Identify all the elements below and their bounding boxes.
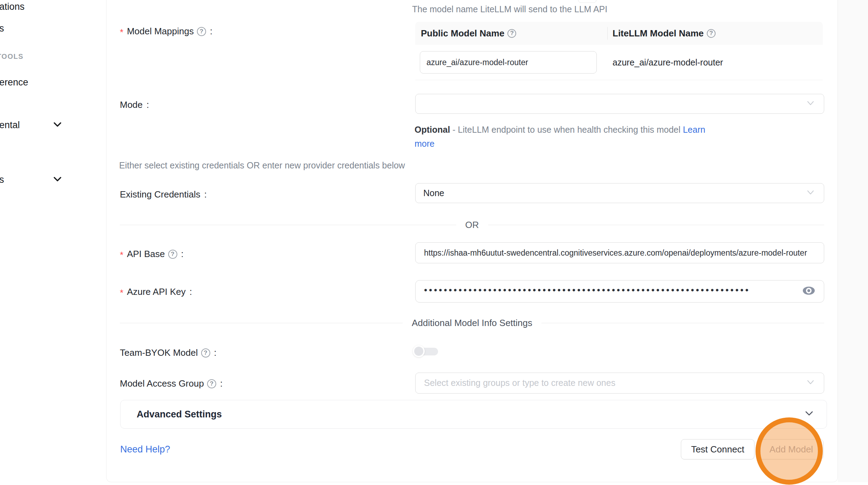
test-connect-button[interactable]: Test Connect xyxy=(681,439,754,459)
advanced-settings-title: Advanced Settings xyxy=(137,409,222,420)
required-asterisk: * xyxy=(120,250,123,261)
table-row: azure_ai/azure-model-router xyxy=(415,45,823,80)
chevron-down-icon[interactable] xyxy=(53,176,62,182)
column-header-litellm-model-name: LiteLLM Model Name ? xyxy=(613,28,716,39)
or-divider: OR xyxy=(120,220,824,230)
chevron-down-icon[interactable] xyxy=(804,410,814,418)
optional-bold: Optional xyxy=(415,125,450,134)
model-access-group-select[interactable] xyxy=(415,373,824,394)
mode-label: Mode : xyxy=(120,99,149,110)
mode-help-text: Optional - LiteLLM endpoint to use when … xyxy=(415,123,723,151)
required-asterisk: * xyxy=(120,287,123,298)
api-base-input[interactable] xyxy=(424,248,820,258)
masked-api-key[interactable]: ••••••••••••••••••••••••••••••••••••••••… xyxy=(424,285,795,296)
model-mappings-label: * Model Mappings ? : xyxy=(120,26,212,37)
need-help-link[interactable]: Need Help? xyxy=(120,444,170,455)
chevron-down-icon xyxy=(806,189,815,197)
help-icon[interactable]: ? xyxy=(168,250,177,259)
api-base-input-box xyxy=(415,242,824,263)
chevron-down-icon xyxy=(806,379,815,387)
existing-credentials-label: Existing Credentials : xyxy=(120,189,207,200)
mode-select[interactable] xyxy=(415,94,824,114)
column-header-public-model-name: Public Model Name ? xyxy=(421,28,607,39)
team-byok-label: Team-BYOK Model ? : xyxy=(120,347,217,358)
azure-api-key-input-box: ••••••••••••••••••••••••••••••••••••••••… xyxy=(415,280,824,303)
table-header-row: Public Model Name ? LiteLLM Model Name ? xyxy=(415,22,823,45)
eye-icon[interactable] xyxy=(802,285,815,297)
sidebar-item[interactable]: s xyxy=(0,23,4,34)
model-name-help-text: The model name LiteLLM will send to the … xyxy=(412,4,607,14)
help-icon[interactable]: ? xyxy=(207,379,216,388)
additional-info-divider: Additional Model Info Settings xyxy=(120,318,824,328)
page-gutter xyxy=(838,0,868,482)
litellm-model-name-value: azure_ai/azure-model-router xyxy=(613,57,723,68)
public-model-name-input-box xyxy=(420,51,597,74)
credentials-note: Either select existing credentials OR en… xyxy=(119,160,405,171)
column-divider xyxy=(607,27,608,40)
highlight-annotation-circle xyxy=(756,417,823,485)
model-access-group-label: Model Access Group ? : xyxy=(120,378,223,389)
help-icon[interactable]: ? xyxy=(507,29,516,38)
public-model-name-input[interactable] xyxy=(426,58,590,67)
advanced-settings-panel[interactable]: Advanced Settings xyxy=(120,400,827,429)
team-byok-toggle[interactable] xyxy=(413,345,438,358)
chevron-down-icon[interactable] xyxy=(53,122,62,127)
sidebar-item-experimental[interactable]: ental xyxy=(0,120,20,131)
azure-api-key-label: * Azure API Key : xyxy=(120,286,192,297)
help-icon[interactable]: ? xyxy=(707,29,716,38)
required-asterisk: * xyxy=(120,27,123,38)
help-icon[interactable]: ? xyxy=(201,348,210,358)
sidebar-item-organizations[interactable]: ations xyxy=(0,1,25,12)
sidebar-section-tools: TOOLS xyxy=(0,53,23,61)
model-access-group-input[interactable] xyxy=(424,379,815,388)
clipped-element-above xyxy=(578,0,596,3)
sidebar-item-reference[interactable]: erence xyxy=(0,77,28,88)
existing-credentials-select[interactable]: None xyxy=(415,183,824,203)
help-icon[interactable]: ? xyxy=(197,27,206,36)
chevron-down-icon xyxy=(806,100,815,108)
sidebar-item-group[interactable]: s xyxy=(0,174,4,185)
api-base-label: * API Base ? : xyxy=(120,249,184,259)
model-mappings-table: Public Model Name ? LiteLLM Model Name ?… xyxy=(415,22,823,102)
toggle-knob xyxy=(413,345,425,357)
